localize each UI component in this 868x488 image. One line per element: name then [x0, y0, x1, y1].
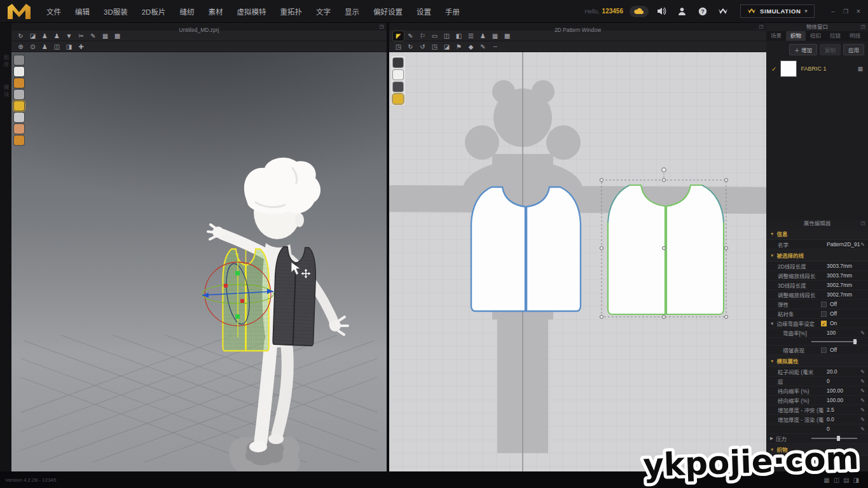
window-split-icon[interactable]: ◫	[52, 42, 62, 52]
curvature-checkbox[interactable]: ✓	[821, 321, 827, 326]
show-avatar-icon[interactable]: ♟	[39, 31, 50, 41]
info-sphere-icon[interactable]	[393, 82, 403, 92]
canvas-2d[interactable]	[389, 52, 766, 471]
pattern-3d-selected[interactable]	[223, 249, 268, 351]
minimize-button[interactable]: –	[827, 6, 839, 17]
account-icon[interactable]	[675, 6, 689, 17]
pen-3d-tool-icon[interactable]: ✎	[88, 31, 99, 41]
garment-display-icon[interactable]: ▼	[64, 31, 74, 41]
target-icon[interactable]: ⊙	[27, 42, 38, 52]
grid-2d-dense-icon[interactable]: ▩	[502, 31, 513, 41]
pressure-slider[interactable]	[811, 438, 857, 439]
sphere-icon[interactable]	[14, 136, 24, 145]
help-icon[interactable]: ?	[696, 6, 710, 17]
copy-fabric-button[interactable]: 复制	[820, 44, 841, 55]
grid-2d-icon[interactable]: ▦	[490, 31, 500, 41]
collapsed-panel-tab[interactable]: 图库	[2, 55, 10, 68]
speaker-icon[interactable]	[655, 6, 669, 17]
grading-icon[interactable]: ✎	[478, 42, 488, 52]
menu-item[interactable]: 编辑	[68, 4, 97, 19]
folded-yellow-icon[interactable]	[393, 94, 403, 104]
edit-pencil-icon[interactable]: ✎	[858, 242, 865, 247]
fabric-check-icon[interactable]: ✓	[771, 66, 776, 73]
shirt-white-icon[interactable]	[393, 70, 403, 80]
baseline-tool-icon[interactable]: ╌	[490, 42, 500, 52]
show-garment-2d-icon[interactable]: ⚑	[453, 42, 464, 52]
menu-item[interactable]: 文字	[309, 4, 338, 19]
curvature-value[interactable]: 100	[827, 330, 858, 336]
transform-pattern-icon[interactable]: ◤	[393, 31, 404, 41]
expand-icon[interactable]: ▶	[770, 436, 773, 441]
cut-tool-icon[interactable]: ✂	[76, 31, 86, 41]
menu-item[interactable]: 显示	[338, 4, 366, 19]
menu-item[interactable]: 2D板片	[135, 4, 173, 19]
bonding-checkbox[interactable]	[821, 311, 827, 317]
edit-pencil-icon[interactable]: ✎	[858, 426, 865, 432]
canvas-3d[interactable]	[11, 52, 387, 471]
section-fabric[interactable]: ▼ 织物	[766, 443, 868, 456]
footer-panel-icon[interactable]: ◫	[834, 477, 839, 484]
footer-rows-icon[interactable]: ▤	[843, 477, 849, 484]
fold-arrange-icon[interactable]: ◪	[441, 42, 452, 52]
avatar-gray-icon[interactable]	[14, 90, 24, 99]
fabric-list-item[interactable]: ✓ FABRIC 1 ▦	[766, 58, 868, 80]
menu-item[interactable]: 手册	[438, 4, 467, 19]
simulation-button[interactable]: SIMULATION ▾	[740, 4, 815, 18]
add-point-icon[interactable]: ⊕	[15, 42, 26, 52]
white-cloth-icon[interactable]	[14, 67, 24, 76]
object-tab[interactable]: 明线	[845, 31, 865, 41]
grid-dense-icon[interactable]: ▩	[112, 31, 123, 41]
object-tab[interactable]: 纽扣	[806, 31, 825, 41]
menu-item[interactable]: 缝纫	[172, 4, 201, 19]
object-tab[interactable]: 场景	[766, 31, 786, 41]
slider-handle[interactable]	[853, 339, 857, 344]
object-tab[interactable]: 织物	[786, 31, 806, 41]
menu-item[interactable]: 偏好设置	[366, 4, 410, 19]
restore-button[interactable]: ❐	[840, 6, 851, 17]
pen-dark-icon[interactable]	[393, 58, 403, 67]
edit-sew-icon[interactable]: ◳	[429, 42, 440, 52]
pattern-name-value[interactable]: Pattern2D_91	[827, 241, 858, 247]
menu-item[interactable]: 设置	[410, 4, 438, 19]
show-avatar-silhouette-icon[interactable]: ♟	[478, 31, 488, 41]
pleats-tool-icon[interactable]: ☰	[465, 31, 476, 41]
section-simulation[interactable]: ▼ 模拟属性	[766, 355, 868, 367]
expand-object-window-icon[interactable]: ◳	[860, 23, 865, 31]
menu-item[interactable]: 3D服装	[97, 4, 135, 19]
expand-3d-icon[interactable]: ◳	[379, 23, 384, 31]
collapse-icon[interactable]: ▼	[770, 321, 774, 326]
slider-handle[interactable]	[837, 436, 840, 441]
menu-item[interactable]: 文件	[39, 4, 68, 19]
m-n-sew-icon[interactable]: ↺	[417, 42, 428, 52]
md-crown-icon[interactable]	[716, 6, 730, 17]
move-gizmo-icon[interactable]: ✚	[76, 42, 86, 52]
edit-pencil-icon[interactable]: ✎	[858, 330, 865, 336]
rotate-view-icon[interactable]: ↻	[15, 31, 26, 41]
add-fabric-button[interactable]: ＋ 增加	[789, 44, 817, 55]
section-info[interactable]: ▼ 信息	[766, 228, 868, 240]
segment-sew-icon[interactable]: ◳	[393, 42, 404, 52]
pattern-orange-icon[interactable]	[14, 78, 24, 88]
dart-tool-icon[interactable]: ◧	[453, 31, 464, 41]
show-garment-icon[interactable]	[14, 55, 24, 65]
cloud-sync-icon[interactable]	[630, 6, 649, 17]
folded-cloth-icon[interactable]	[14, 101, 24, 111]
grid-icon[interactable]: ▦	[100, 31, 111, 41]
pressure-value[interactable]: 0	[827, 426, 858, 432]
avatar-pose-icon[interactable]: ♟	[52, 31, 62, 41]
menu-item[interactable]: 重拓扑	[273, 4, 309, 19]
section-selected-line[interactable]: ▼ 被选择的线	[766, 249, 868, 261]
avatar-mesh-icon[interactable]: ♟	[39, 42, 50, 52]
edit-pencil-icon[interactable]: ✎	[858, 388, 865, 394]
edit-pencil-icon[interactable]: ✎	[858, 379, 865, 384]
cloth-piece-icon[interactable]	[14, 113, 24, 122]
menu-item[interactable]: 素材	[201, 4, 230, 19]
edit-pencil-icon[interactable]: ✎	[858, 417, 865, 422]
edit-pencil-icon[interactable]: ✎	[858, 369, 865, 375]
close-button[interactable]: ✕	[853, 6, 864, 17]
elastic-checkbox[interactable]	[821, 302, 827, 307]
avatar-skin-icon[interactable]	[14, 124, 24, 134]
menu-item[interactable]: 虚拟模特	[230, 4, 273, 19]
expand-2d-icon[interactable]: ◳	[759, 23, 764, 31]
expand-property-editor-icon[interactable]: ◳	[860, 220, 865, 227]
